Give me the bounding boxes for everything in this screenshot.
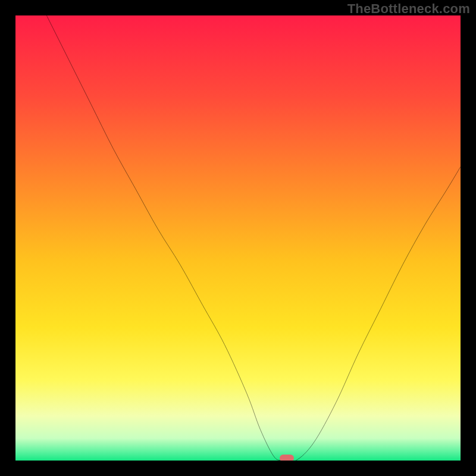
chart-frame: TheBottleneck.com [0, 0, 476, 476]
bottleneck-curve [15, 15, 461, 461]
watermark-text: TheBottleneck.com [347, 1, 470, 17]
plot-area [15, 15, 461, 461]
optimal-marker [280, 455, 294, 461]
